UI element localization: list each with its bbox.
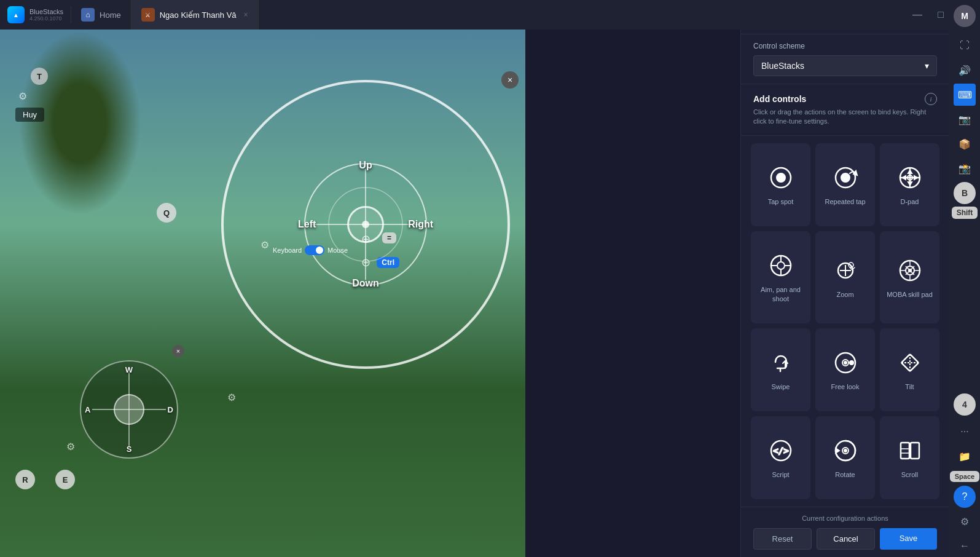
tab-home[interactable]: ⌂ Home [71,0,131,30]
app-version: 4.250.0.1070 [29,15,63,22]
apk-btn[interactable]: 📦 [954,133,976,155]
moba-label: MOBA skill pad [887,290,933,299]
keyboard-btn[interactable]: ⌨ [954,84,976,106]
control-script[interactable]: </> Script [751,416,810,499]
folder-btn[interactable]: 📁 [954,445,976,467]
aim-label: Aim, pan and shoot [756,285,806,303]
repeated-tap-icon [831,163,860,192]
dpad-close-btn[interactable]: × [172,345,184,357]
script-icon: </> [766,436,796,465]
right-toolbar: M ⛶ 🔊 ⌨ 📷 📦 📸 B Shift 4 ··· 📁 Space ? ⚙ … [949,0,980,557]
swipe-label: Swipe [772,382,790,391]
chevron-down-icon: ▾ [925,61,929,71]
fullscreen-btn[interactable]: ⛶ [954,34,976,57]
huy-badge[interactable]: Huy [15,108,44,122]
free-look-icon [831,348,860,377]
more-btn[interactable]: ··· [954,421,976,443]
e-key-badge[interactable]: E [55,470,75,489]
keyboard-mouse-toggle: Keyboard Mouse [273,245,348,255]
app-name: BlueStacks [29,8,63,15]
settings-gear-3[interactable]: ⚙ [227,392,236,403]
help-btn[interactable]: ? [954,486,976,508]
control-dpad[interactable]: D-pad [880,143,939,226]
bg-tree [18,31,141,215]
svg-marker-50 [836,448,839,453]
bottom-actions: Current configuration actions Reset Canc… [741,507,949,557]
scroll-icon [895,436,925,465]
info-icon[interactable]: i [925,93,937,105]
logo-icon: ▲ [7,6,25,23]
settings-gear-1[interactable]: ⚙ [18,90,27,102]
aim-icon [766,251,796,280]
moba-icon [895,256,925,285]
home-tab-label: Home [100,10,121,20]
settings-gear-2[interactable]: ⚙ [66,441,75,452]
control-swipe[interactable]: Swipe [751,328,810,411]
r-key-badge[interactable]: R [15,470,35,489]
game-tab-close[interactable]: × [244,10,248,19]
rotate-icon [831,436,860,465]
add-controls-section: Add controls i Click or drag the actions… [741,84,949,136]
keyboard-toggle-label: Keyboard [273,247,302,254]
scheme-value: BlueStacks [761,61,804,71]
window-maximize-btn[interactable]: □ [930,4,952,26]
zoom-icon [831,256,860,285]
tab-game[interactable]: ⚔ Ngao Kiếm Thanh Vâ × [131,0,259,30]
control-zoom[interactable]: Zoom [815,231,875,323]
control-moba-skill[interactable]: MOBA skill pad [880,231,939,323]
svg-point-40 [844,361,847,364]
control-aim-pan-shoot[interactable]: Aim, pan and shoot [751,231,810,323]
svg-point-19 [777,262,785,269]
svg-marker-16 [903,176,906,180]
big-circle-close[interactable]: × [501,71,519,89]
dpad-center [114,394,144,425]
volume-btn[interactable]: 🔊 [954,59,976,81]
shift-key-badge[interactable]: Shift [952,207,978,219]
game-area: T Huy ⚙ Q × W S A D ⚙ ⚙ × [0,0,525,557]
big-dpad-down-label: Down [352,278,379,289]
big-circle-overlay: × Up Down Left Right ⚙ Keyboard [221,80,510,369]
control-repeated-tap[interactable]: Repeated tap [815,143,875,226]
big-circle-settings-gear[interactable]: ⚙ [261,239,269,251]
user-avatar[interactable]: M [954,5,976,27]
settings-btn[interactable]: ⚙ [954,510,976,532]
add-controls-title: Add controls [753,94,806,104]
big-dpad-left-label: Left [298,219,316,230]
save-button[interactable]: Save [880,528,937,550]
add-controls-header: Add controls i [753,93,937,105]
big-dpad-up-label: Up [359,160,372,171]
q-key-badge[interactable]: Q [157,203,176,223]
free-look-label: Free look [831,382,860,391]
top-bar: ▲ BlueStacks 4.250.0.1070 ⌂ Home ⚔ Ngao … [0,0,980,30]
cancel-button[interactable]: Cancel [817,528,875,550]
control-tap-spot[interactable]: Tap spot [751,143,810,226]
svg-rect-51 [901,443,909,459]
toggle-switch[interactable] [305,245,324,255]
svg-point-8 [841,173,850,182]
scheme-dropdown[interactable]: BlueStacks ▾ [753,55,937,76]
rotate-label: Rotate [835,470,855,479]
home-tab-icon: ⌂ [81,8,95,22]
t-key-badge[interactable]: T [31,68,48,85]
control-scroll[interactable]: Scroll [880,416,939,499]
control-free-look[interactable]: Free look [815,328,875,411]
back-btn[interactable]: ← [954,535,976,557]
zoom-minus-icon: ⊖ [361,256,370,269]
controls-grid: Tap spot Repeated tap [741,136,949,507]
svg-point-41 [850,361,853,365]
swipe-icon [766,348,796,377]
svg-marker-17 [914,176,917,180]
control-tilt[interactable]: Tilt [880,328,939,411]
4-key-badge[interactable]: 4 [954,393,976,416]
b-key-badge[interactable]: B [954,182,976,204]
space-key-badge[interactable]: Space [950,471,979,482]
window-minimize-btn[interactable]: — [906,4,928,26]
add-controls-desc: Click or drag the actions on the screen … [753,108,937,127]
control-rotate[interactable]: Rotate [815,416,875,499]
tap-spot-label: Tap spot [768,197,794,206]
reset-button[interactable]: Reset [753,528,812,550]
tilt-icon [895,348,925,377]
camera-btn[interactable]: 📷 [954,108,976,130]
screenshot-btn[interactable]: 📸 [954,157,976,180]
repeated-tap-label: Repeated tap [825,197,865,206]
